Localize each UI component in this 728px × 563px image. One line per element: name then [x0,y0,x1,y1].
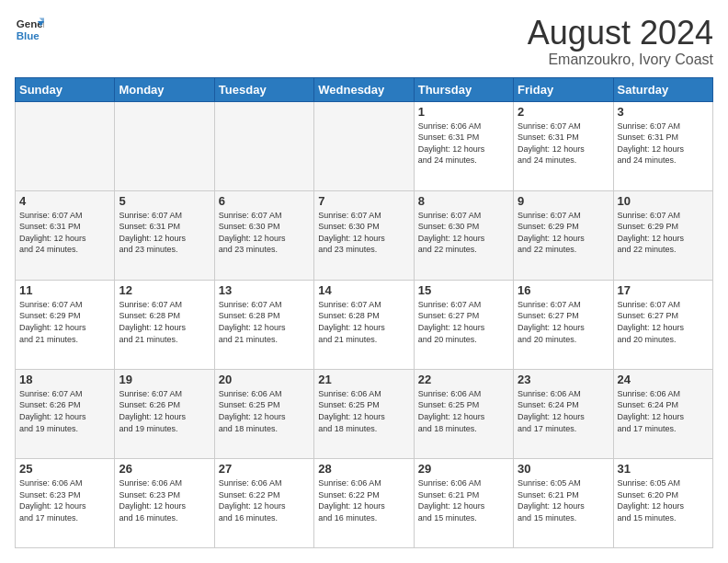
day-info: Sunrise: 6:06 AM Sunset: 6:23 PM Dayligh… [119,477,210,523]
table-cell: 21Sunrise: 6:06 AM Sunset: 6:25 PM Dayli… [314,369,414,458]
day-info: Sunrise: 6:06 AM Sunset: 6:25 PM Dayligh… [318,388,409,434]
table-cell: 8Sunrise: 6:07 AM Sunset: 6:30 PM Daylig… [414,190,513,280]
day-number: 13 [219,283,310,297]
table-cell: 13Sunrise: 6:07 AM Sunset: 6:28 PM Dayli… [214,280,313,369]
calendar-header-row: Sunday Monday Tuesday Wednesday Thursday… [16,77,713,101]
day-number: 5 [119,194,210,208]
day-info: Sunrise: 6:07 AM Sunset: 6:26 PM Dayligh… [119,388,210,434]
table-cell: 31Sunrise: 6:05 AM Sunset: 6:20 PM Dayli… [613,458,712,547]
day-number: 20 [219,373,310,386]
day-info: Sunrise: 6:07 AM Sunset: 6:27 PM Dayligh… [418,299,509,345]
table-cell: 11Sunrise: 6:07 AM Sunset: 6:29 PM Dayli… [16,280,115,369]
table-cell: 9Sunrise: 6:07 AM Sunset: 6:29 PM Daylig… [514,190,613,280]
table-cell [16,101,115,190]
table-cell: 18Sunrise: 6:07 AM Sunset: 6:26 PM Dayli… [16,369,115,458]
col-tuesday: Tuesday [214,77,313,101]
day-number: 10 [618,194,709,208]
subtitle: Emanzoukro, Ivory Coast [528,52,713,68]
day-info: Sunrise: 6:06 AM Sunset: 6:22 PM Dayligh… [318,477,409,523]
day-info: Sunrise: 6:07 AM Sunset: 6:27 PM Dayligh… [518,299,609,345]
table-cell: 23Sunrise: 6:06 AM Sunset: 6:24 PM Dayli… [514,369,613,458]
day-info: Sunrise: 6:06 AM Sunset: 6:31 PM Dayligh… [418,121,509,167]
table-cell: 6Sunrise: 6:07 AM Sunset: 6:30 PM Daylig… [214,190,313,280]
day-number: 23 [518,373,609,386]
main-title: August 2024 [528,15,713,52]
day-number: 18 [19,373,110,386]
day-number: 24 [618,373,709,386]
day-info: Sunrise: 6:07 AM Sunset: 6:30 PM Dayligh… [219,210,310,256]
day-info: Sunrise: 6:05 AM Sunset: 6:20 PM Dayligh… [618,477,709,523]
day-number: 21 [318,373,409,386]
day-info: Sunrise: 6:06 AM Sunset: 6:25 PM Dayligh… [418,388,509,434]
day-number: 9 [518,194,609,208]
day-info: Sunrise: 6:06 AM Sunset: 6:23 PM Dayligh… [19,477,110,523]
col-friday: Friday [514,77,613,101]
day-number: 11 [19,283,110,297]
day-number: 26 [119,462,210,476]
table-cell: 19Sunrise: 6:07 AM Sunset: 6:26 PM Dayli… [115,369,214,458]
day-number: 12 [119,283,210,297]
svg-text:Blue: Blue [17,30,40,41]
table-cell: 28Sunrise: 6:06 AM Sunset: 6:22 PM Dayli… [314,458,414,547]
table-cell: 16Sunrise: 6:07 AM Sunset: 6:27 PM Dayli… [514,280,613,369]
day-info: Sunrise: 6:07 AM Sunset: 6:31 PM Dayligh… [618,121,709,167]
table-cell: 3Sunrise: 6:07 AM Sunset: 6:31 PM Daylig… [613,101,712,190]
logo: General Blue [15,15,44,44]
table-cell: 5Sunrise: 6:07 AM Sunset: 6:31 PM Daylig… [115,190,214,280]
table-cell: 20Sunrise: 6:06 AM Sunset: 6:25 PM Dayli… [214,369,313,458]
table-cell: 29Sunrise: 6:06 AM Sunset: 6:21 PM Dayli… [414,458,513,547]
day-info: Sunrise: 6:07 AM Sunset: 6:31 PM Dayligh… [119,210,210,256]
table-cell [314,101,414,190]
day-info: Sunrise: 6:05 AM Sunset: 6:21 PM Dayligh… [518,477,609,523]
table-cell: 26Sunrise: 6:06 AM Sunset: 6:23 PM Dayli… [115,458,214,547]
table-cell: 30Sunrise: 6:05 AM Sunset: 6:21 PM Dayli… [514,458,613,547]
table-cell [214,101,313,190]
day-info: Sunrise: 6:07 AM Sunset: 6:30 PM Dayligh… [418,210,509,256]
table-cell: 24Sunrise: 6:06 AM Sunset: 6:24 PM Dayli… [613,369,712,458]
day-number: 31 [618,462,709,476]
day-number: 4 [19,194,110,208]
day-number: 22 [418,373,509,386]
week-row-3: 11Sunrise: 6:07 AM Sunset: 6:29 PM Dayli… [16,280,713,369]
day-number: 6 [219,194,310,208]
day-number: 7 [318,194,409,208]
table-cell: 22Sunrise: 6:06 AM Sunset: 6:25 PM Dayli… [414,369,513,458]
page: General Blue August 2024 Emanzoukro, Ivo… [0,0,728,563]
table-cell: 14Sunrise: 6:07 AM Sunset: 6:28 PM Dayli… [314,280,414,369]
table-cell: 4Sunrise: 6:07 AM Sunset: 6:31 PM Daylig… [16,190,115,280]
col-sunday: Sunday [16,77,115,101]
day-number: 8 [418,194,509,208]
calendar-table: Sunday Monday Tuesday Wednesday Thursday… [15,77,713,548]
day-info: Sunrise: 6:07 AM Sunset: 6:31 PM Dayligh… [518,121,609,167]
day-number: 19 [119,373,210,386]
day-number: 1 [418,105,509,119]
day-number: 30 [518,462,609,476]
col-monday: Monday [115,77,214,101]
day-number: 14 [318,283,409,297]
table-cell: 27Sunrise: 6:06 AM Sunset: 6:22 PM Dayli… [214,458,313,547]
day-info: Sunrise: 6:07 AM Sunset: 6:29 PM Dayligh… [618,210,709,256]
day-number: 25 [19,462,110,476]
day-number: 27 [219,462,310,476]
day-info: Sunrise: 6:06 AM Sunset: 6:24 PM Dayligh… [518,388,609,434]
week-row-5: 25Sunrise: 6:06 AM Sunset: 6:23 PM Dayli… [16,458,713,547]
day-info: Sunrise: 6:07 AM Sunset: 6:26 PM Dayligh… [19,388,110,434]
logo-icon: General Blue [15,15,44,44]
table-cell: 12Sunrise: 6:07 AM Sunset: 6:28 PM Dayli… [115,280,214,369]
col-thursday: Thursday [414,77,513,101]
day-number: 2 [518,105,609,119]
day-info: Sunrise: 6:07 AM Sunset: 6:31 PM Dayligh… [19,210,110,256]
day-number: 17 [618,283,709,297]
day-info: Sunrise: 6:06 AM Sunset: 6:21 PM Dayligh… [418,477,509,523]
table-cell: 1Sunrise: 6:06 AM Sunset: 6:31 PM Daylig… [414,101,513,190]
table-cell: 7Sunrise: 6:07 AM Sunset: 6:30 PM Daylig… [314,190,414,280]
day-info: Sunrise: 6:07 AM Sunset: 6:29 PM Dayligh… [19,299,110,345]
day-info: Sunrise: 6:07 AM Sunset: 6:30 PM Dayligh… [318,210,409,256]
week-row-1: 1Sunrise: 6:06 AM Sunset: 6:31 PM Daylig… [16,101,713,190]
day-number: 16 [518,283,609,297]
week-row-4: 18Sunrise: 6:07 AM Sunset: 6:26 PM Dayli… [16,369,713,458]
day-info: Sunrise: 6:07 AM Sunset: 6:28 PM Dayligh… [318,299,409,345]
day-number: 28 [318,462,409,476]
col-wednesday: Wednesday [314,77,414,101]
day-number: 15 [418,283,509,297]
